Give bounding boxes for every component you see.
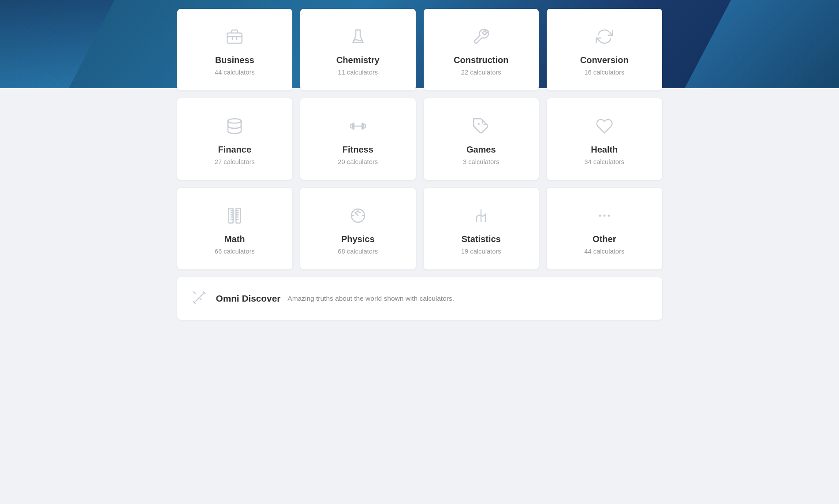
card-title-chemistry: Chemistry	[336, 55, 380, 65]
svg-point-34	[608, 214, 610, 217]
dumbbell-icon	[347, 116, 369, 137]
card-title-conversion: Conversion	[580, 55, 629, 65]
chart-icon	[470, 205, 492, 226]
card-title-construction: Construction	[454, 55, 508, 65]
heart-icon	[594, 116, 615, 137]
card-count-other: 44 calculators	[584, 248, 624, 255]
card-title-finance: Finance	[218, 145, 251, 155]
category-card-construction[interactable]: Construction 22 calculators	[424, 9, 539, 90]
discover-title: Omni Discover	[216, 293, 281, 304]
database-icon	[224, 116, 245, 137]
briefcase-icon	[224, 26, 245, 47]
ruler-icon	[224, 205, 245, 226]
card-title-other: Other	[593, 234, 616, 244]
card-count-games: 3 calculators	[463, 158, 500, 165]
speedometer-icon	[347, 205, 369, 226]
category-card-other[interactable]: Other 44 calculators	[547, 188, 662, 269]
card-title-math: Math	[224, 234, 245, 244]
dots-icon	[594, 205, 615, 226]
category-card-chemistry[interactable]: Chemistry 11 calculators	[300, 9, 416, 90]
wand-icon	[191, 290, 207, 307]
discover-text: Omni Discover Amazing truths about the w…	[216, 293, 455, 304]
card-count-fitness: 20 calculators	[338, 158, 378, 165]
card-count-conversion: 16 calculators	[584, 69, 624, 76]
svg-point-33	[603, 214, 605, 217]
category-card-games[interactable]: Games 3 calculators	[424, 98, 539, 180]
category-card-fitness[interactable]: Fitness 20 calculators	[300, 98, 416, 180]
svg-point-5	[228, 119, 241, 123]
card-row-1: Business 44 calculators Chemistry 11 cal…	[177, 9, 662, 90]
svg-rect-10	[353, 123, 354, 129]
category-card-finance[interactable]: Finance 27 calculators	[177, 98, 293, 180]
card-count-math: 66 calculators	[215, 248, 255, 255]
discover-banner[interactable]: Omni Discover Amazing truths about the w…	[177, 277, 662, 320]
card-row-2: Finance 27 calculators Fitness 20 calcul…	[177, 98, 662, 180]
refresh-icon	[594, 26, 615, 47]
category-card-conversion[interactable]: Conversion 16 calculators	[547, 9, 662, 90]
category-card-math[interactable]: Math 66 calculators	[177, 188, 293, 269]
card-title-health: Health	[591, 145, 618, 155]
puzzle-icon	[470, 116, 492, 137]
svg-point-32	[599, 214, 601, 217]
svg-rect-0	[227, 33, 242, 43]
card-title-business: Business	[215, 55, 254, 65]
category-card-health[interactable]: Health 34 calculators	[547, 98, 662, 180]
category-card-business[interactable]: Business 44 calculators	[177, 9, 293, 90]
card-count-physics: 68 calculators	[338, 248, 378, 255]
card-count-business: 44 calculators	[215, 69, 255, 76]
card-count-chemistry: 11 calculators	[338, 69, 378, 76]
discover-description: Amazing truths about the world shown wit…	[287, 295, 454, 302]
card-count-construction: 22 calculators	[461, 69, 501, 76]
bg-shape-right	[685, 0, 839, 88]
card-title-games: Games	[466, 145, 496, 155]
bg-shape-left	[0, 0, 115, 88]
card-title-statistics: Statistics	[462, 234, 501, 244]
card-title-fitness: Fitness	[343, 145, 373, 155]
flask-icon	[347, 26, 369, 47]
svg-rect-12	[363, 124, 365, 127]
card-row-3: Math 66 calculators Physics 68 calculato…	[177, 188, 662, 269]
main-content: Business 44 calculators Chemistry 11 cal…	[168, 0, 671, 337]
wrench-icon	[470, 26, 492, 47]
card-count-finance: 27 calculators	[215, 158, 255, 165]
card-count-statistics: 19 calculators	[461, 248, 501, 255]
category-card-statistics[interactable]: Statistics 19 calculators	[424, 188, 539, 269]
category-card-physics[interactable]: Physics 68 calculators	[300, 188, 416, 269]
card-title-physics: Physics	[341, 234, 375, 244]
card-count-health: 34 calculators	[584, 158, 624, 165]
